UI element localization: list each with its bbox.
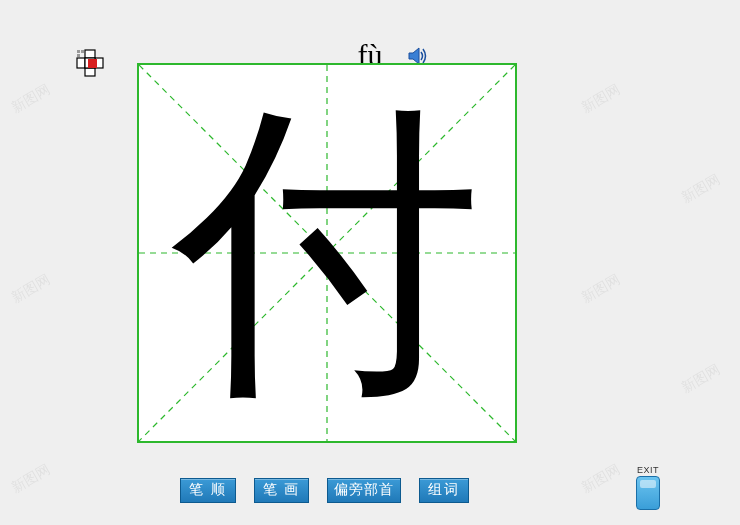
- button-bar: 笔 顺 笔 画 偏旁部首 组词: [180, 478, 469, 503]
- header: fù: [0, 20, 740, 60]
- character-grid: 付: [137, 63, 517, 443]
- stroke-order-button[interactable]: 笔 顺: [180, 478, 236, 503]
- svg-rect-3: [85, 68, 95, 76]
- svg-rect-7: [81, 50, 84, 53]
- words-button[interactable]: 组词: [419, 478, 469, 503]
- watermark: 新图网: [8, 271, 53, 308]
- watermark: 新图网: [578, 271, 623, 308]
- watermark: 新图网: [578, 461, 623, 498]
- exit-icon: [636, 476, 660, 510]
- svg-rect-5: [88, 59, 97, 68]
- watermark: 新图网: [678, 361, 723, 398]
- exit-label: EXIT: [636, 465, 660, 475]
- watermark: 新图网: [8, 461, 53, 498]
- watermark: 新图网: [8, 81, 53, 118]
- svg-rect-6: [77, 50, 80, 53]
- stroke-count-button[interactable]: 笔 画: [254, 478, 310, 503]
- svg-rect-0: [85, 50, 95, 58]
- watermark: 新图网: [678, 171, 723, 208]
- watermark: 新图网: [578, 81, 623, 118]
- svg-rect-1: [77, 58, 85, 68]
- svg-rect-8: [77, 54, 80, 57]
- character-glyph: 付: [139, 65, 515, 441]
- exit-button[interactable]: EXIT: [636, 465, 660, 510]
- flower-icon[interactable]: [75, 48, 105, 82]
- radical-button[interactable]: 偏旁部首: [327, 478, 401, 503]
